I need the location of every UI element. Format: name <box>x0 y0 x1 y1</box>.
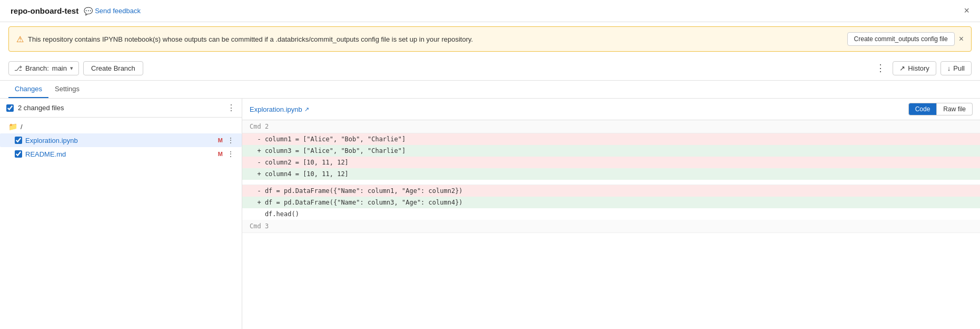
diff-line-2: + column3 = ["Alice", "Bob", "Charlie"] <box>242 145 980 157</box>
tab-changes[interactable]: Changes <box>8 81 48 98</box>
more-options-button[interactable]: ⋮ <box>873 60 888 76</box>
folder-icon: 📁 <box>8 122 17 131</box>
external-link-icon: ↗ <box>304 106 309 113</box>
diff-spacer <box>242 180 980 185</box>
right-panel-header: Exploration.ipynb ↗ Code Raw file <box>242 99 980 120</box>
history-label: History <box>908 64 929 72</box>
warning-banner: ⚠ This repository contains IPYNB noteboo… <box>8 26 972 52</box>
diff-line-4: + column4 = [10, 11, 12] <box>242 168 980 180</box>
file-checkbox-readme[interactable] <box>15 150 22 158</box>
close-window-button[interactable]: × <box>964 5 969 16</box>
branch-name: main <box>52 64 67 72</box>
repo-title: repo-onboard-test <box>11 6 78 15</box>
code-content: Cmd 2 - column1 = ["Alice", "Bob", "Char… <box>242 120 980 329</box>
warning-actions: Create commit_outputs config file × <box>847 32 964 46</box>
diff-line-5: - df = pd.DataFrame({"Name": column1, "A… <box>242 185 980 197</box>
file-link[interactable]: Exploration.ipynb ↗ <box>250 105 309 113</box>
pull-icon: ↓ <box>947 64 951 72</box>
right-panel-actions: Code Raw file <box>908 103 973 115</box>
code-button[interactable]: Code <box>908 103 937 115</box>
branch-icon: ⎇ <box>14 64 22 72</box>
diff-line-7: df.head() <box>242 208 980 220</box>
file-name-exploration: Exploration.ipynb <box>25 137 215 144</box>
diff-line-3: - column2 = [10, 11, 12] <box>242 157 980 168</box>
diff-line-empty <box>242 233 980 235</box>
pull-button[interactable]: ↓ Pull <box>941 61 972 75</box>
right-panel: Exploration.ipynb ↗ Code Raw file Cmd 2 … <box>242 99 980 329</box>
select-all-checkbox[interactable] <box>6 104 14 112</box>
left-panel: 2 changed files ⋮ 📁 / Exploration.ipynb … <box>0 99 242 329</box>
pull-label: Pull <box>953 64 965 72</box>
branch-selector[interactable]: ⎇ Branch: main ▾ <box>8 61 79 75</box>
warning-icon: ⚠ <box>16 34 24 44</box>
create-config-button[interactable]: Create commit_outputs config file <box>847 32 955 46</box>
file-link-name: Exploration.ipynb <box>250 105 302 113</box>
changed-files-label: 2 changed files <box>18 104 64 112</box>
feedback-icon: 💬 <box>84 7 93 15</box>
history-icon: ↗ <box>899 64 905 72</box>
diff-line-1: - column1 = ["Alice", "Bob", "Charlie"] <box>242 133 980 145</box>
chevron-down-icon: ▾ <box>70 65 73 72</box>
file-more-readme[interactable]: ⋮ <box>226 150 235 158</box>
raw-file-button[interactable]: Raw file <box>937 103 973 115</box>
cmd3-label: Cmd 3 <box>242 220 980 233</box>
file-more-exploration[interactable]: ⋮ <box>226 136 235 144</box>
branch-prefix: Branch: <box>25 64 49 72</box>
file-status-readme: M <box>218 151 223 157</box>
toolbar: ⎇ Branch: main ▾ Create Branch ⋮ ↗ Histo… <box>0 56 980 81</box>
folder-name: / <box>21 123 23 131</box>
file-item-exploration[interactable]: Exploration.ipynb M ⋮ <box>0 133 242 147</box>
folder-item: 📁 / <box>0 120 242 133</box>
main-layout: 2 changed files ⋮ 📁 / Exploration.ipynb … <box>0 99 980 329</box>
close-banner-button[interactable]: × <box>959 34 964 44</box>
diff-line-6: + df = pd.DataFrame({"Name": column3, "A… <box>242 197 980 208</box>
tabs: Changes Settings <box>0 81 980 99</box>
left-panel-more-button[interactable]: ⋮ <box>227 103 235 113</box>
header: repo-onboard-test 💬 Send feedback × <box>0 0 980 22</box>
tab-settings[interactable]: Settings <box>48 81 86 98</box>
file-name-readme: README.md <box>25 150 215 158</box>
file-checkbox-exploration[interactable] <box>15 137 22 144</box>
send-feedback-link[interactable]: 💬 Send feedback <box>84 7 141 15</box>
file-status-exploration: M <box>218 137 223 143</box>
create-branch-button[interactable]: Create Branch <box>83 61 143 75</box>
file-tree: 📁 / Exploration.ipynb M ⋮ README.md M ⋮ <box>0 118 242 329</box>
history-button[interactable]: ↗ History <box>893 61 936 75</box>
file-item-readme[interactable]: README.md M ⋮ <box>0 147 242 161</box>
warning-content: ⚠ This repository contains IPYNB noteboo… <box>16 34 473 44</box>
left-panel-header: 2 changed files ⋮ <box>0 99 242 118</box>
send-feedback-label: Send feedback <box>95 7 141 15</box>
warning-text: This repository contains IPYNB notebook(… <box>28 35 473 43</box>
cmd2-label: Cmd 2 <box>242 120 980 133</box>
